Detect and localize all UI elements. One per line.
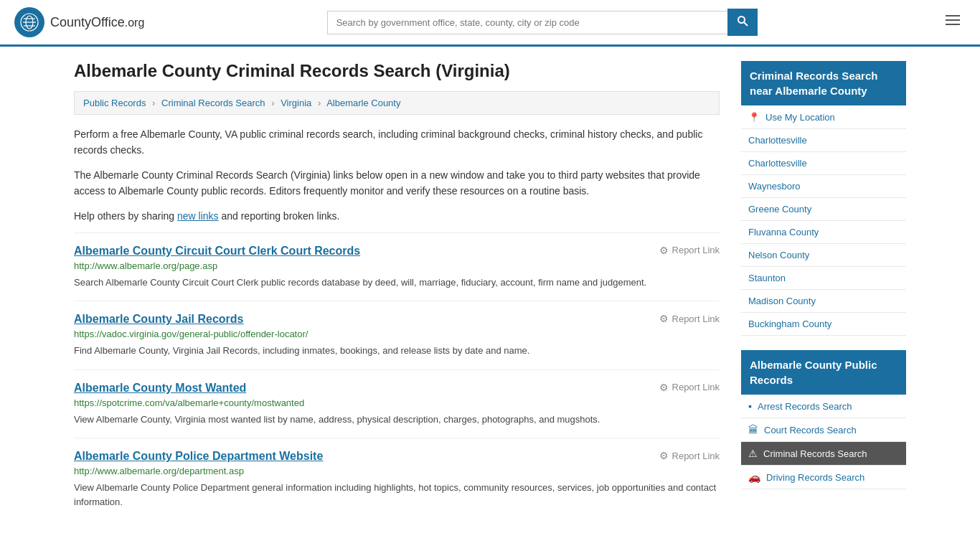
record-desc-2: View Albemarle County, Virginia most wan… (74, 413, 720, 427)
report-icon-2: ⚙ (659, 382, 669, 393)
public-record-link-1[interactable]: Court Records Search (764, 425, 857, 435)
svg-line-7 (744, 22, 748, 26)
nearby-header: Criminal Records Search near Albemarle C… (741, 61, 906, 105)
report-icon-1: ⚙ (659, 313, 669, 324)
location-icon (748, 111, 760, 123)
svg-point-6 (738, 17, 745, 23)
public-record-link-3[interactable]: Driving Records Search (766, 472, 864, 483)
record-title-3[interactable]: Albemarle County Police Department Websi… (74, 450, 323, 463)
nearby-link-6[interactable]: Nelson County (748, 250, 809, 260)
nearby-item-5[interactable]: Fluvanna County (741, 221, 906, 244)
criminal-icon: ⚠ (748, 448, 758, 459)
record-header-1: Albemarle County Jail Records ⚙ Report L… (74, 313, 720, 326)
logo-icon (14, 7, 44, 37)
nearby-link-4[interactable]: Greene County (748, 204, 811, 215)
record-url-2[interactable]: https://spotcrime.com/va/albemarle+count… (74, 397, 720, 408)
logo-text: CountyOffice.org (50, 15, 144, 30)
breadcrumb-virginia[interactable]: Virginia (281, 98, 311, 108)
hamburger-menu[interactable] (940, 7, 966, 37)
record-header-2: Albemarle County Most Wanted ⚙ Report Li… (74, 382, 720, 395)
record-url-1[interactable]: https://vadoc.virginia.gov/general-publi… (74, 329, 720, 339)
search-area (327, 9, 758, 36)
record-header-3: Albemarle County Police Department Websi… (74, 450, 720, 463)
nearby-item-9[interactable]: Buckingham County (741, 313, 906, 336)
public-record-item-1[interactable]: 🏛 Court Records Search (741, 418, 906, 442)
nearby-item-0[interactable]: Use My Location (741, 105, 906, 129)
record-title-0[interactable]: Albemarle County Circuit Court Clerk Cou… (74, 245, 360, 258)
intro-paragraph-3: Help others by sharing new links and rep… (74, 208, 720, 224)
svg-rect-8 (946, 15, 960, 17)
record-entry-3: Albemarle County Police Department Websi… (74, 438, 720, 520)
nearby-item-3[interactable]: Waynesboro (741, 175, 906, 198)
record-entry-1: Albemarle County Jail Records ⚙ Report L… (74, 301, 720, 369)
content-area: Albemarle County Criminal Records Search… (74, 61, 720, 520)
record-header-0: Albemarle County Circuit Court Clerk Cou… (74, 245, 720, 258)
nearby-link-1[interactable]: Charlottesville (748, 135, 807, 146)
record-url-0[interactable]: http://www.albemarle.org/page.asp (74, 260, 720, 271)
record-entry-2: Albemarle County Most Wanted ⚙ Report Li… (74, 369, 720, 438)
page-title: Albemarle County Criminal Records Search… (74, 61, 720, 81)
nearby-link-5[interactable]: Fluvanna County (748, 227, 819, 237)
nearby-item-6[interactable]: Nelson County (741, 244, 906, 267)
nearby-item-7[interactable]: Staunton (741, 267, 906, 290)
intro-paragraph-2: The Albemarle County Criminal Records Se… (74, 167, 720, 199)
record-desc-1: Find Albemarle County, Virginia Jail Rec… (74, 344, 720, 358)
nearby-link-7[interactable]: Staunton (748, 273, 786, 283)
court-icon: 🏛 (748, 424, 758, 435)
public-records-items: ▪ Arrest Records Search 🏛 Court Records … (741, 395, 906, 489)
driving-icon: 🚗 (748, 471, 760, 483)
record-entry-0: Albemarle County Circuit Court Clerk Cou… (74, 232, 720, 301)
public-record-item-0[interactable]: ▪ Arrest Records Search (741, 395, 906, 418)
logo-name: CountyOffice (50, 15, 125, 29)
record-title-1[interactable]: Albemarle County Jail Records (74, 313, 244, 326)
nearby-link-9[interactable]: Buckingham County (748, 319, 831, 329)
report-icon-0: ⚙ (659, 245, 669, 256)
record-url-3[interactable]: http://www.albemarle.org/department.asp (74, 466, 720, 476)
public-record-item-2[interactable]: ⚠ Criminal Records Search (741, 442, 906, 466)
intro-paragraph-1: Perform a free Albemarle County, VA publ… (74, 126, 720, 159)
nearby-link-0[interactable]: Use My Location (765, 112, 835, 123)
nearby-link-2[interactable]: Charlottesville (748, 158, 807, 169)
report-link-2[interactable]: ⚙ Report Link (659, 382, 720, 393)
records-list: Albemarle County Circuit Court Clerk Cou… (74, 232, 720, 521)
main-layout: Albemarle County Criminal Records Search… (60, 47, 920, 534)
search-button[interactable] (727, 9, 758, 36)
breadcrumb-criminal-records-search[interactable]: Criminal Records Search (161, 98, 265, 108)
public-records-header: Albemarle County Public Records (741, 350, 906, 395)
record-desc-3: View Albemarle County Police Department … (74, 481, 720, 509)
report-icon-3: ⚙ (659, 450, 669, 461)
nearby-item-2[interactable]: Charlottesville (741, 152, 906, 175)
public-record-item-3[interactable]: 🚗 Driving Records Search (741, 466, 906, 489)
breadcrumb: Public Records › Criminal Records Search… (74, 91, 720, 115)
logo-area[interactable]: CountyOffice.org (14, 7, 144, 37)
new-links[interactable]: new links (177, 210, 219, 222)
public-record-link-0[interactable]: Arrest Records Search (758, 401, 852, 412)
public-record-link-2[interactable]: Criminal Records Search (763, 448, 867, 459)
search-input[interactable] (327, 11, 727, 34)
nearby-link-3[interactable]: Waynesboro (748, 181, 801, 192)
report-link-3[interactable]: ⚙ Report Link (659, 450, 720, 461)
report-link-0[interactable]: ⚙ Report Link (659, 245, 720, 256)
nearby-items: Use My LocationCharlottesvilleCharlottes… (741, 105, 906, 336)
breadcrumb-public-records[interactable]: Public Records (83, 98, 146, 108)
report-link-1[interactable]: ⚙ Report Link (659, 313, 720, 324)
nearby-item-8[interactable]: Madison County (741, 290, 906, 313)
nearby-item-1[interactable]: Charlottesville (741, 129, 906, 152)
nearby-item-4[interactable]: Greene County (741, 198, 906, 221)
svg-rect-10 (946, 24, 960, 25)
record-title-2[interactable]: Albemarle County Most Wanted (74, 382, 246, 395)
nearby-section: Criminal Records Search near Albemarle C… (741, 61, 906, 336)
record-desc-0: Search Albemarle County Circuit Court Cl… (74, 276, 720, 290)
public-records-section: Albemarle County Public Records ▪ Arrest… (741, 350, 906, 489)
arrest-icon: ▪ (748, 400, 752, 412)
nearby-link-8[interactable]: Madison County (748, 296, 816, 306)
breadcrumb-albemarle[interactable]: Albemarle County (326, 98, 400, 108)
site-header: CountyOffice.org (0, 0, 980, 47)
sidebar: Criminal Records Search near Albemarle C… (741, 61, 906, 520)
svg-rect-9 (946, 19, 960, 21)
logo-suffix: .org (125, 17, 145, 29)
